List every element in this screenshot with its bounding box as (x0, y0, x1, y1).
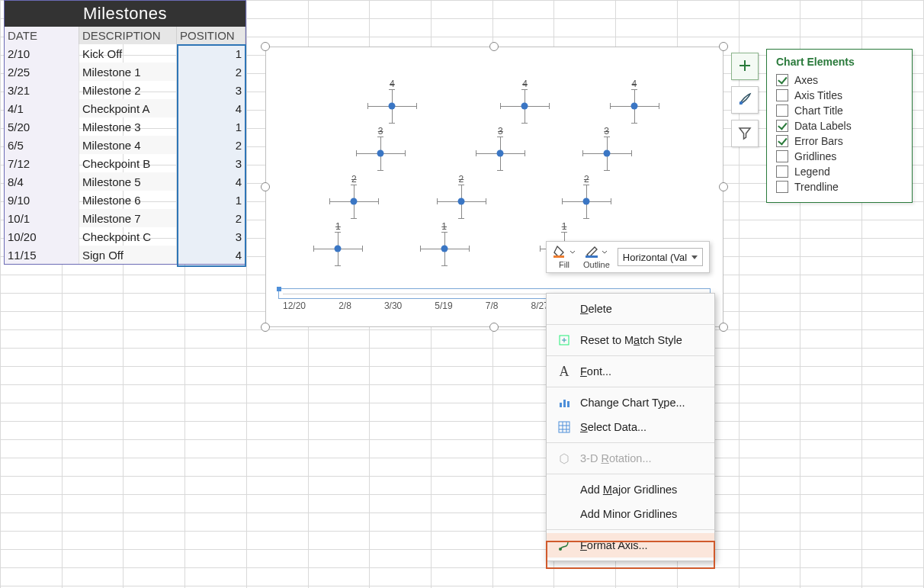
chart-resize-handle[interactable] (719, 182, 728, 191)
checkbox[interactable] (776, 135, 788, 147)
table-row[interactable]: 3/21Milestone 23 (5, 81, 245, 99)
checkbox[interactable] (776, 150, 788, 162)
cell-position[interactable]: 3 (177, 81, 245, 99)
cell-date[interactable]: 11/15 (5, 246, 79, 264)
outline-label: Outline (583, 260, 610, 269)
checkbox[interactable] (776, 181, 788, 193)
cell-date[interactable]: 4/1 (5, 99, 79, 117)
checkbox[interactable] (776, 120, 788, 132)
chevron-down-icon (602, 248, 608, 257)
chart-elements-option[interactable]: Axis Titles (776, 88, 903, 103)
table-row[interactable]: 10/1Milestone 72 (5, 209, 245, 227)
checkbox[interactable] (776, 104, 788, 117)
outline-button[interactable]: Outline (583, 245, 610, 269)
cell-description[interactable]: Milestone 6 (79, 191, 177, 209)
svg-rect-1 (553, 255, 564, 258)
table-row[interactable]: 4/1Checkpoint A4 (5, 99, 245, 117)
chart-object[interactable]: 123412341234 12/202/83/305/197/88/2710/1… (265, 47, 723, 327)
data-label: 4 (390, 79, 395, 89)
cell-position[interactable]: 1 (177, 117, 245, 136)
font-icon: A (557, 365, 571, 378)
table-row[interactable]: 9/10Milestone 61 (5, 191, 245, 209)
cell-description[interactable]: Milestone 1 (79, 63, 177, 81)
menu-delete[interactable]: Delete (547, 297, 714, 321)
table-row[interactable]: 2/10Kick Off1 (5, 44, 245, 63)
chart-elements-button[interactable] (731, 53, 759, 80)
cell-position[interactable]: 1 (177, 44, 245, 63)
cell-date[interactable]: 8/4 (5, 172, 79, 191)
chart-resize-handle[interactable] (489, 323, 499, 332)
cell-position[interactable]: 2 (177, 209, 245, 227)
chart-resize-handle[interactable] (489, 42, 499, 51)
chart-elements-option[interactable]: Chart Title (776, 103, 903, 118)
chart-resize-handle[interactable] (261, 182, 270, 191)
cell-date[interactable]: 2/25 (5, 63, 79, 81)
cell-position[interactable]: 2 (177, 136, 245, 154)
table-row[interactable]: 8/4Milestone 54 (5, 172, 245, 191)
cell-description[interactable]: Kick Off (79, 44, 177, 63)
chart-elements-option[interactable]: Trendline (776, 179, 903, 194)
table-row[interactable]: 2/25Milestone 12 (5, 63, 245, 81)
menu-change_type[interactable]: Change Chart Type... (547, 390, 714, 415)
chart-elements-option[interactable]: Legend (776, 164, 903, 179)
cell-description[interactable]: Sign Off (79, 246, 177, 264)
cell-date[interactable]: 5/20 (5, 117, 79, 136)
chart-resize-handle[interactable] (261, 42, 270, 51)
checkbox[interactable] (776, 89, 788, 101)
table-row[interactable]: 11/15Sign Off4 (5, 246, 245, 264)
table-row[interactable]: 7/12Checkpoint B3 (5, 154, 245, 172)
header-position[interactable]: POSITION (177, 27, 245, 44)
chart-elements-option[interactable]: Data Labels (776, 118, 903, 133)
cell-position[interactable]: 2 (177, 63, 245, 81)
cell-date[interactable]: 10/1 (5, 209, 79, 227)
chart-styles-button[interactable] (731, 86, 759, 114)
cell-description[interactable]: Checkpoint A (79, 99, 177, 117)
cell-date[interactable]: 6/5 (5, 136, 79, 154)
cell-position[interactable]: 1 (177, 191, 245, 209)
cell-description[interactable]: Milestone 4 (79, 136, 177, 154)
cell-position[interactable]: 4 (177, 246, 245, 264)
chart-elements-option[interactable]: Axes (776, 72, 903, 88)
data-label: 1 (562, 221, 567, 232)
cell-date[interactable]: 2/10 (5, 44, 79, 63)
cell-description[interactable]: Milestone 5 (79, 172, 177, 191)
menu-minor_grid[interactable]: Add Minor Gridlines (547, 502, 714, 526)
cell-description[interactable]: Milestone 3 (79, 117, 177, 136)
cell-description[interactable]: Checkpoint B (79, 154, 177, 172)
data-label: 3 (604, 126, 609, 137)
cell-position[interactable]: 3 (177, 154, 245, 172)
menu-format_axis[interactable]: Format Axis... (547, 533, 714, 557)
data-label: 2 (584, 174, 589, 185)
table-row[interactable]: 10/20Checkpoint C3 (5, 227, 245, 246)
table-row[interactable]: 6/5Milestone 42 (5, 136, 245, 154)
fill-button[interactable]: Fill (553, 245, 576, 269)
selector-value: Horizontal (Val (623, 252, 687, 263)
cell-date[interactable]: 9/10 (5, 191, 79, 209)
menu-reset[interactable]: Reset to Match Style (547, 328, 714, 352)
cell-description[interactable]: Milestone 7 (79, 209, 177, 227)
cell-description[interactable]: Milestone 2 (79, 81, 177, 99)
cell-date[interactable]: 7/12 (5, 154, 79, 172)
checkbox[interactable] (776, 74, 788, 86)
cell-position[interactable]: 4 (177, 99, 245, 117)
cell-description[interactable]: Checkpoint C (79, 227, 177, 246)
chart-filters-button[interactable] (731, 120, 759, 147)
menu-select_data[interactable]: Select Data... (547, 415, 714, 439)
checkbox[interactable] (776, 165, 788, 178)
header-date[interactable]: DATE (5, 27, 79, 44)
cell-position[interactable]: 4 (177, 172, 245, 191)
chart-elements-option[interactable]: Gridlines (776, 149, 903, 164)
cube-icon (557, 451, 571, 465)
table-row[interactable]: 5/20Milestone 31 (5, 117, 245, 136)
chart-elements-option[interactable]: Error Bars (776, 133, 903, 149)
header-description[interactable]: DESCRIPTION (79, 27, 177, 44)
cell-date[interactable]: 3/21 (5, 81, 79, 99)
menu-font[interactable]: AFont... (547, 359, 714, 384)
chart-resize-handle[interactable] (719, 323, 728, 332)
chart-resize-handle[interactable] (719, 42, 728, 51)
chart-resize-handle[interactable] (261, 323, 270, 332)
menu-major_grid[interactable]: Add Major Gridlines (547, 477, 714, 502)
cell-position[interactable]: 3 (177, 227, 245, 246)
cell-date[interactable]: 10/20 (5, 227, 79, 246)
chart-element-selector[interactable]: Horizontal (Val (618, 248, 703, 266)
